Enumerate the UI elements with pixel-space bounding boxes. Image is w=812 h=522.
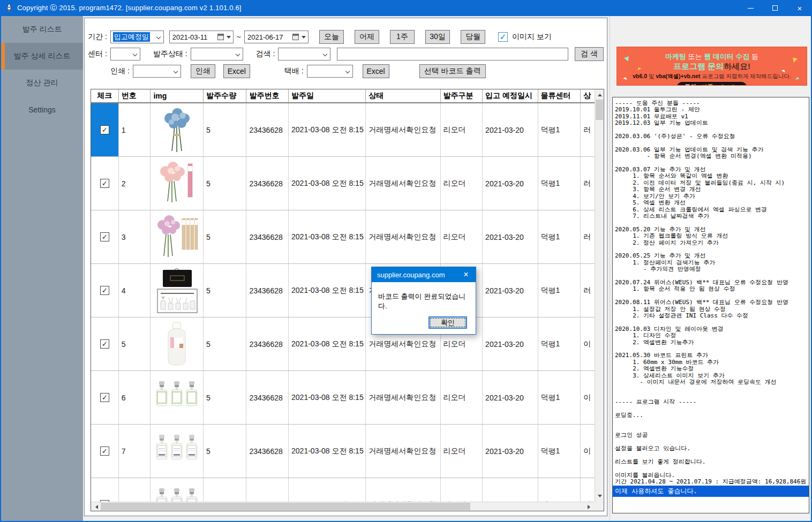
- cell-order-no: 23436628: [246, 425, 289, 478]
- current-month-button[interactable]: 당월: [461, 30, 485, 44]
- courier-excel-button[interactable]: Excel: [363, 64, 389, 78]
- scroll-right-button[interactable]: [585, 502, 595, 511]
- maximize-button[interactable]: [763, 0, 787, 16]
- search-input[interactable]: [337, 48, 568, 60]
- row-check-cell[interactable]: ✓: [91, 210, 119, 263]
- date-from-picker[interactable]: 2021-03-11: [169, 31, 234, 43]
- dialog-ok-button[interactable]: 확인: [428, 316, 467, 329]
- row-check-cell[interactable]: ✓: [91, 264, 119, 317]
- row-check-cell[interactable]: ✓: [91, 425, 119, 478]
- row-check-cell[interactable]: ✓: [91, 478, 119, 502]
- cell-center: 덕평1: [538, 210, 581, 263]
- sidebar-item-order-list[interactable]: 발주 리스트: [1, 16, 83, 43]
- print-select[interactable]: [133, 65, 181, 78]
- col-order-date: 발주일: [289, 89, 366, 102]
- cell-order-no: 23436628: [246, 317, 289, 370]
- vertical-scroll-thumb[interactable]: [596, 100, 603, 120]
- cell-no: 5: [119, 317, 151, 370]
- table-row[interactable]: ✓ 7 5 23436628: [91, 425, 595, 478]
- cell-order-type: 리오더: [441, 210, 483, 263]
- scroll-left-icon: [93, 505, 98, 509]
- col-due-date: 입고 예정일시: [483, 89, 538, 102]
- minimize-button[interactable]: [738, 0, 763, 16]
- sidebar-item-order-detail-list[interactable]: 발주 상세 리스트: [1, 43, 83, 70]
- checkbox-checked-icon: ✓: [100, 393, 109, 402]
- col-extra: 상: [581, 89, 595, 102]
- order-status-select[interactable]: [191, 48, 243, 60]
- close-button[interactable]: ×: [787, 0, 812, 16]
- scroll-left-button[interactable]: [91, 502, 100, 511]
- cell-extra: 이: [581, 317, 595, 370]
- table-row[interactable]: ✓ 1 5 23436628 2021-03-08 오전: [91, 103, 595, 157]
- cell-no: 6: [119, 371, 151, 424]
- banner-line-3: vb6.0 및 vba(엑셀)+vb.net 프로그램 저렴하게 제작해드립니다…: [617, 73, 807, 80]
- print-selected-barcode-button[interactable]: 선택 바코드 출력: [419, 64, 486, 78]
- search-button[interactable]: 검 색: [575, 47, 604, 61]
- cell-status: 거래명세서확인요청: [366, 371, 440, 424]
- table-row[interactable]: ✓ 4: [91, 264, 595, 317]
- chevron-down-icon: [345, 69, 349, 73]
- scrollbar-corner: [595, 502, 604, 511]
- thirty-days-button[interactable]: 30일: [425, 30, 450, 44]
- cell-center: 덕평1: [538, 425, 581, 478]
- checkbox-checked-icon: ✓: [100, 232, 109, 241]
- excel-button[interactable]: Excel: [223, 64, 250, 78]
- print-label: 인쇄 :: [110, 66, 130, 76]
- checkbox-checked-icon: ✓: [100, 179, 109, 188]
- row-check-cell[interactable]: ✓: [91, 371, 119, 424]
- cell-order-type: 리오더: [441, 103, 483, 156]
- table-row[interactable]: ✓ 3: [91, 210, 595, 264]
- cell-extra: 러: [581, 157, 595, 210]
- horizontal-scrollbar[interactable]: [91, 502, 595, 511]
- yesterday-button[interactable]: 어제: [355, 30, 379, 44]
- cell-due-date: 2021-03-20: [483, 103, 538, 156]
- maximize-icon: [772, 5, 778, 11]
- product-image-white-bottle: [151, 317, 203, 370]
- cell-status: 거래명세서확인요청: [366, 157, 440, 210]
- scroll-down-icon: [598, 495, 602, 500]
- horizontal-scroll-thumb[interactable]: [101, 503, 470, 510]
- banner-line-2: 프로그램 문의하세요!: [617, 62, 807, 72]
- courier-select[interactable]: [307, 65, 353, 78]
- cell-qty: 5: [204, 317, 247, 370]
- search-type-label: 검색 :: [256, 49, 275, 59]
- cell-order-date: 2021-03-08 오전 8:15: [289, 264, 366, 317]
- table-row[interactable]: ✓ 2 5 23436628: [91, 157, 595, 210]
- cell-order-date: 2021-03-08 오전 8:15: [289, 103, 366, 156]
- cell-extra: 이: [581, 371, 595, 424]
- center-select[interactable]: [110, 48, 140, 60]
- application-window: Copyright ⓒ 2015. program1472. [supplier…: [0, 0, 812, 522]
- sidebar-item-settings[interactable]: Settings: [1, 96, 83, 123]
- rocket-app-icon: [4, 3, 14, 13]
- sidebar-item-settlement[interactable]: 정산 관리: [1, 70, 83, 96]
- one-week-button[interactable]: 1주: [390, 30, 415, 44]
- period-type-select[interactable]: 입고예정일: [110, 31, 164, 43]
- print-button[interactable]: 인쇄: [191, 64, 215, 78]
- status-log-text: ----- 도움 주신 분들 ----- 2019.10.01 올투그린 - 제…: [613, 97, 809, 486]
- scroll-down-button[interactable]: [595, 493, 604, 502]
- close-icon: ×: [463, 270, 468, 279]
- right-panel: 마케팅 또는 웹 데이터 수집 등 프로그램 문의하세요! vb6.0 및 vb…: [610, 16, 811, 521]
- calendar-icon: [292, 34, 299, 40]
- chevron-down-icon: [323, 52, 327, 56]
- row-check-cell[interactable]: ✓: [91, 317, 119, 370]
- row-check-cell[interactable]: ✓: [91, 103, 119, 156]
- table-row[interactable]: ✓ 6 5 23436628: [91, 371, 595, 425]
- row-check-cell[interactable]: ✓: [91, 157, 119, 210]
- table-row[interactable]: ✓ 5 5 23436628: [91, 317, 595, 371]
- dialog-close-button[interactable]: ×: [456, 267, 476, 282]
- scroll-up-button[interactable]: [595, 89, 604, 99]
- date-to-picker[interactable]: 2021-06-17: [244, 31, 309, 43]
- vertical-scrollbar[interactable]: [595, 89, 604, 502]
- cell-due-date: 2021-03-20: [483, 425, 538, 478]
- cell-center: 덕평1: [538, 157, 581, 210]
- search-type-select[interactable]: [278, 48, 330, 60]
- cell-due-date: 2021-03-20: [483, 264, 538, 317]
- table-row[interactable]: ✓ 8 5 23436628: [91, 478, 595, 502]
- minimize-icon: [748, 8, 754, 9]
- image-view-checkbox[interactable]: ✓: [498, 32, 508, 42]
- ad-banner[interactable]: 마케팅 또는 웹 데이터 수집 등 프로그램 문의하세요! vb6.0 및 vb…: [616, 47, 807, 86]
- cell-due-date: 2021-03-20: [483, 210, 538, 263]
- today-button[interactable]: 오늘: [319, 30, 344, 44]
- cell-order-date: 2021-03-08 오전 8:15: [289, 425, 366, 478]
